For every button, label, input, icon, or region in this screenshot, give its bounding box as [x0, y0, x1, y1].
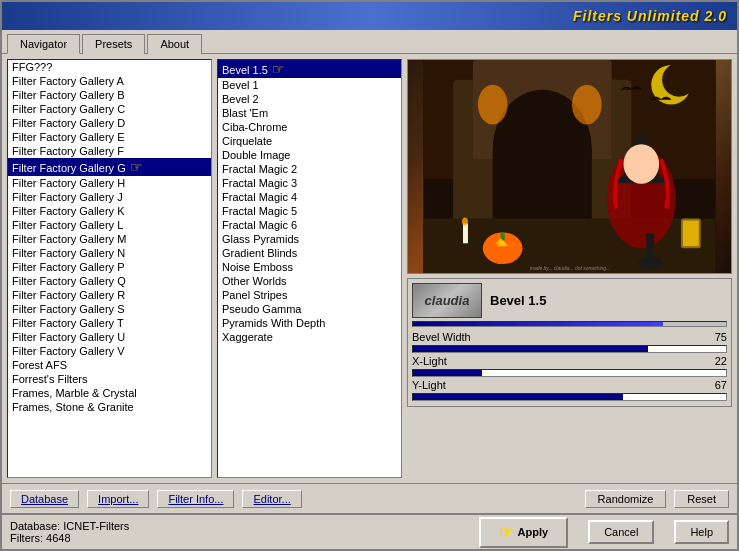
randomize-button[interactable]: Randomize: [585, 490, 667, 508]
db-label-text: Database:: [10, 520, 60, 532]
param-row: X-Light22: [412, 354, 727, 368]
param-value: 22: [715, 355, 727, 367]
database-label: Database: ICNET-Filters: [10, 520, 129, 532]
filter-effect-item[interactable]: Panel Stripes: [218, 288, 401, 302]
svg-point-14: [623, 144, 659, 184]
filter-category-item[interactable]: Filter Factory Gallery A: [8, 74, 211, 88]
plugin-logo: claudia: [412, 283, 482, 318]
filter-category-item[interactable]: Forest AFS: [8, 358, 211, 372]
param-row: Bevel Width75: [412, 330, 727, 344]
cancel-button[interactable]: Cancel: [588, 520, 654, 544]
param-bar-container[interactable]: [412, 369, 727, 377]
svg-rect-22: [683, 220, 699, 246]
filter-category-item[interactable]: Filter Factory Gallery P: [8, 260, 211, 274]
svg-rect-5: [493, 149, 592, 228]
filter-category-item[interactable]: Filter Factory Gallery B: [8, 88, 211, 102]
filter-effect-item[interactable]: Cirquelate: [218, 134, 401, 148]
tab-navigator[interactable]: Navigator: [7, 34, 80, 54]
tab-bar: Navigator Presets About: [2, 30, 737, 54]
filter-category-item[interactable]: Filter Factory Gallery G ☞: [8, 158, 211, 176]
svg-rect-23: [463, 223, 468, 243]
param-bar: [413, 346, 648, 352]
filter-info-button[interactable]: Filter Info...: [157, 490, 234, 508]
filter-category-item[interactable]: Filter Factory Gallery S: [8, 302, 211, 316]
filter-category-item[interactable]: Filter Factory Gallery C: [8, 102, 211, 116]
preview-image: made by... claudia... dot something...: [407, 59, 732, 274]
filter-effect-item[interactable]: Fractal Magic 4: [218, 190, 401, 204]
param-bar-container[interactable]: [412, 345, 727, 353]
filter-category-item[interactable]: Filter Factory Gallery T: [8, 316, 211, 330]
filter-category-item[interactable]: Filter Factory Gallery E: [8, 130, 211, 144]
logo-text: claudia: [425, 293, 470, 308]
param-name: Y-Light: [412, 379, 446, 391]
tab-about[interactable]: About: [147, 34, 202, 54]
filter-effect-item[interactable]: Fractal Magic 3: [218, 176, 401, 190]
main-content: FFG???Filter Factory Gallery AFilter Fac…: [2, 54, 737, 483]
filter-effect-item[interactable]: Ciba-Chrome: [218, 120, 401, 134]
filter-effect-item[interactable]: Noise Emboss: [218, 260, 401, 274]
filter-effect-item[interactable]: Xaggerate: [218, 330, 401, 344]
apply-button[interactable]: ☞ Apply: [479, 517, 569, 548]
filter-effect-item[interactable]: Double Image: [218, 148, 401, 162]
filter-info-box: claudia Bevel 1.5 Bevel Width75X-Light22…: [407, 278, 732, 407]
filter-category-item[interactable]: Filter Factory Gallery M: [8, 232, 211, 246]
param-name: X-Light: [412, 355, 447, 367]
filter-category-item[interactable]: Filter Factory Gallery N: [8, 246, 211, 260]
filter-category-item[interactable]: Filter Factory Gallery D: [8, 116, 211, 130]
filter-effect-item[interactable]: Bevel 1.5 ☞: [218, 60, 401, 78]
svg-point-9: [662, 63, 696, 97]
filter-name-row: claudia Bevel 1.5: [412, 283, 727, 318]
filter-effect-item[interactable]: Fractal Magic 6: [218, 218, 401, 232]
svg-text:made by... claudia... dot some: made by... claudia... dot something...: [530, 266, 610, 271]
tab-presets[interactable]: Presets: [82, 34, 145, 54]
filters-label-text: Filters:: [10, 532, 43, 544]
filter-category-item[interactable]: Filter Factory Gallery J: [8, 190, 211, 204]
main-window: Filters Unlimited 2.0 Navigator Presets …: [0, 0, 739, 551]
svg-point-7: [572, 85, 602, 125]
reset-button[interactable]: Reset: [674, 490, 729, 508]
filter-effect-item[interactable]: Bevel 2: [218, 92, 401, 106]
editor-button[interactable]: Editor...: [242, 490, 301, 508]
database-button[interactable]: Database: [10, 490, 79, 508]
param-row: Y-Light67: [412, 378, 727, 392]
param-bar: [413, 394, 623, 400]
filter-category-item[interactable]: Filter Factory Gallery V: [8, 344, 211, 358]
filter-category-item[interactable]: Frames, Marble & Crystal: [8, 386, 211, 400]
filter-effect-item[interactable]: Fractal Magic 5: [218, 204, 401, 218]
filter-effect-item[interactable]: Blast 'Em: [218, 106, 401, 120]
filter-category-item[interactable]: Filter Factory Gallery F: [8, 144, 211, 158]
database-status: Database: ICNET-Filters Filters: 4648: [10, 520, 129, 544]
filter-category-item[interactable]: Forrest's Filters: [8, 372, 211, 386]
filter-effect-item[interactable]: Other Worlds: [218, 274, 401, 288]
filter-category-item[interactable]: Filter Factory Gallery K: [8, 204, 211, 218]
param-name: Bevel Width: [412, 331, 471, 343]
filter-category-item[interactable]: Filter Factory Gallery L: [8, 218, 211, 232]
svg-point-24: [462, 218, 468, 226]
filter-category-item[interactable]: FFG???: [8, 60, 211, 74]
filter-effect-item[interactable]: Bevel 1: [218, 78, 401, 92]
filter-category-item[interactable]: Filter Factory Gallery Q: [8, 274, 211, 288]
right-panel: made by... claudia... dot something... c…: [407, 59, 732, 478]
filter-effect-item[interactable]: Pyramids With Depth: [218, 316, 401, 330]
filter-effect-item[interactable]: Glass Pyramids: [218, 232, 401, 246]
filters-label: Filters: 4648: [10, 532, 129, 544]
filter-category-item[interactable]: Filter Factory Gallery U: [8, 330, 211, 344]
progress-bar-container: [412, 321, 727, 327]
filter-category-list[interactable]: FFG???Filter Factory Gallery AFilter Fac…: [7, 59, 212, 478]
help-button[interactable]: Help: [674, 520, 729, 544]
filters-value-text: 4648: [46, 532, 70, 544]
filter-category-item[interactable]: Filter Factory Gallery H: [8, 176, 211, 190]
param-bar-container[interactable]: [412, 393, 727, 401]
params-container: Bevel Width75X-Light22Y-Light67: [412, 330, 727, 402]
filter-category-item[interactable]: Filter Factory Gallery R: [8, 288, 211, 302]
import-button[interactable]: Import...: [87, 490, 149, 508]
filter-effect-item[interactable]: Gradient Blinds: [218, 246, 401, 260]
filter-effect-item[interactable]: Fractal Magic 2: [218, 162, 401, 176]
filter-title: Bevel 1.5: [490, 293, 546, 308]
filter-effect-list[interactable]: Bevel 1.5 ☞Bevel 1Bevel 2Blast 'EmCiba-C…: [217, 59, 402, 478]
filter-effect-item[interactable]: Pseudo Gamma: [218, 302, 401, 316]
window-title: Filters Unlimited 2.0: [573, 8, 727, 24]
progress-bar: [413, 322, 663, 326]
filter-category-item[interactable]: Frames, Stone & Granite: [8, 400, 211, 414]
param-bar: [413, 370, 482, 376]
